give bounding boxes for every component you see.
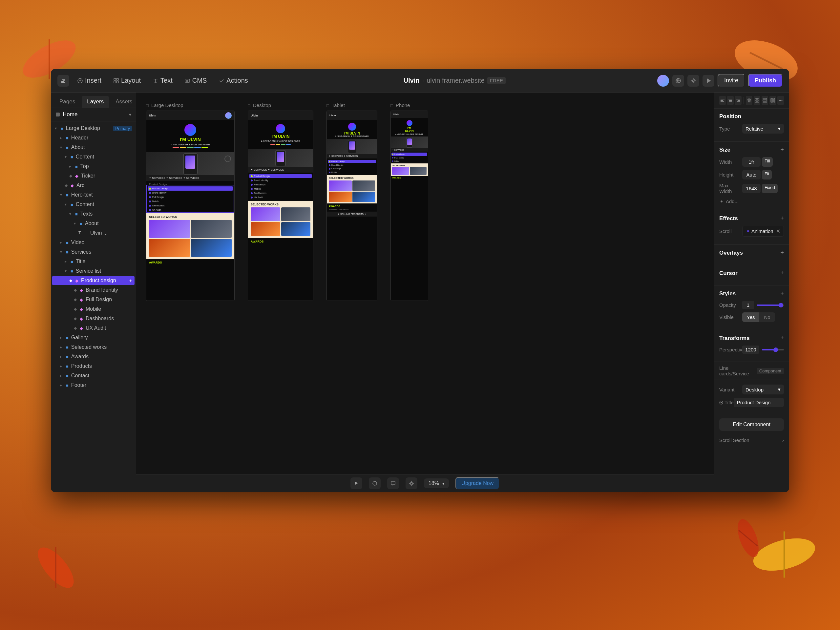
layer-about2[interactable]: ▾ ■ About (52, 219, 134, 228)
more-btn[interactable] (777, 96, 784, 105)
layer-selected-works[interactable]: ▸ ■ Selected works (52, 343, 134, 352)
layout-button[interactable]: Layout (109, 75, 145, 86)
preview-viewport-desktop[interactable]: Ulvin I'M ULVIN A NEXT-GEN UX & INDIE DE… (248, 111, 313, 301)
visible-no[interactable]: No (759, 313, 775, 322)
full-t: Full Design (328, 167, 376, 170)
transforms-add-btn[interactable]: + (780, 335, 784, 341)
page-selector[interactable]: Home ▾ (51, 108, 136, 122)
chat-tool[interactable] (387, 477, 399, 489)
tab-assets[interactable]: Assets (110, 96, 137, 107)
type-select[interactable]: Relative ▾ (742, 124, 784, 134)
animation-close-btn[interactable]: ✕ (776, 228, 780, 234)
zoom-control[interactable]: 18% ▾ (424, 478, 449, 488)
cursor-add-btn[interactable]: + (780, 270, 784, 276)
layer-hero-text[interactable]: ▾ ■ Hero-text ⚙ (52, 190, 134, 199)
align-center-btn[interactable] (727, 96, 734, 105)
layer-products[interactable]: ▸ ■ Products (52, 362, 134, 371)
tab-layers[interactable]: Layers (82, 96, 109, 107)
frame-icon: ■ (61, 126, 63, 131)
styles-add-btn[interactable]: + (780, 290, 784, 297)
layer-texts[interactable]: ▾ ■ Texts (52, 209, 134, 218)
align-left-btn[interactable] (719, 96, 726, 105)
edit-component-button[interactable]: Edit Component (719, 418, 784, 431)
perspective-input[interactable]: 1200 (742, 346, 759, 354)
layer-service-list[interactable]: ▾ ■ Service list (52, 267, 134, 276)
layer-name: Product design (81, 278, 127, 284)
play-icon-btn[interactable] (703, 75, 714, 87)
opacity-input[interactable]: 1 (742, 301, 754, 309)
scroll-section[interactable]: Scroll Section › (714, 434, 789, 446)
preview-viewport-tablet[interactable]: Ulvin I'M ULVIN A NEXT-GEN UX & INDIE DE… (327, 111, 377, 301)
layer-ulvin[interactable]: T Ulvin ... + (52, 228, 134, 238)
position-title: Position (719, 113, 741, 120)
pointer-tool[interactable] (369, 477, 381, 489)
add-size-btn[interactable]: Add... (719, 197, 784, 205)
publish-button[interactable]: Publish (748, 74, 783, 87)
flex-col-btn[interactable] (761, 96, 768, 105)
invite-button[interactable]: Invite (718, 74, 745, 87)
text-button[interactable]: Text (148, 75, 177, 86)
layer-footer[interactable]: ▸ ■ Footer ⚙ (52, 381, 134, 390)
flex-row-btn[interactable] (769, 96, 776, 105)
svg-rect-24 (757, 98, 759, 100)
layer-video[interactable]: ▸ ■ Video (52, 238, 134, 247)
layer-about[interactable]: ▾ ■ About (52, 143, 134, 152)
mock-works-grid (149, 220, 232, 257)
sun-tool[interactable] (406, 477, 417, 489)
layer-full-design[interactable]: ◆ ◆ Full Design + (52, 295, 134, 304)
layer-top[interactable]: ▸ ■ Top (52, 162, 134, 171)
component-title-input[interactable]: Product Design (734, 398, 784, 407)
opacity-slider-track[interactable] (757, 305, 784, 306)
layer-title[interactable]: ▸ ■ Title + (52, 257, 134, 266)
svg-rect-19 (729, 101, 732, 102)
maxwidth-input[interactable]: 1648 (742, 184, 761, 193)
arrow-icon: ▾ (69, 212, 74, 216)
user-avatar[interactable] (657, 75, 669, 87)
layer-services[interactable]: ▾ ■ Services (52, 248, 134, 257)
height-input[interactable]: Auto (742, 170, 761, 180)
layout-tool-btn[interactable] (754, 96, 760, 105)
perspective-slider[interactable] (762, 349, 784, 351)
layer-header[interactable]: ▸ ■ Header ⚙ (52, 133, 134, 142)
maxwidth-mode[interactable]: Fixed (762, 184, 778, 193)
layer-content2[interactable]: ▾ ■ Content (52, 200, 134, 209)
upgrade-button[interactable]: Upgrade Now (455, 477, 499, 489)
add-icon[interactable]: + (129, 278, 132, 283)
layer-large-desktop[interactable]: ▾ ■ Large Desktop Primary (52, 124, 134, 133)
layer-gallery[interactable]: ▸ ■ Gallery (52, 333, 134, 342)
arrow-icon: ▸ (60, 354, 65, 359)
layer-awards[interactable]: ▸ ■ Awards (52, 352, 134, 361)
cursor-tool[interactable] (351, 477, 362, 489)
layer-dashboards[interactable]: ◆ ◆ Dashboards + (52, 314, 134, 323)
width-mode[interactable]: Fill (762, 157, 773, 167)
layer-content[interactable]: ▾ ■ Content (52, 152, 134, 161)
visible-yes[interactable]: Yes (742, 313, 759, 322)
variant-select[interactable]: Desktop ▾ (742, 385, 784, 395)
trash-btn[interactable] (746, 96, 752, 105)
page-name-text: Home (63, 111, 77, 118)
preview-viewport-large[interactable]: Ulvin I'M ULVIN A NEXT-GEN UX & INDIE DE… (146, 111, 235, 301)
cms-button[interactable]: CMS (180, 75, 211, 86)
layer-mobile[interactable]: ◆ ◆ Mobile + (52, 305, 134, 314)
layer-brand-identity[interactable]: ◆ ◆ Brand Identity + (52, 286, 134, 295)
variant-value: Desktop ▾ (742, 385, 784, 395)
effects-add-btn[interactable]: + (780, 215, 784, 222)
insert-button[interactable]: Insert (73, 75, 105, 86)
layer-contact[interactable]: ▸ ■ Contact (52, 371, 134, 380)
layer-ticker[interactable]: ◆ ◆ Ticker (52, 171, 134, 180)
settings-icon-btn[interactable] (687, 75, 699, 87)
layer-ux-audit[interactable]: ◆ ◆ UX Audit + (52, 324, 134, 333)
globe-icon-btn[interactable] (672, 75, 684, 87)
preview-viewport-phone[interactable]: Ulvin I'MULVIN A NEXT-GEN UX & INDIE DES… (390, 111, 428, 301)
opacity-slider-row: 1 (742, 301, 784, 309)
actions-button[interactable]: Actions (215, 75, 252, 86)
canvas-area[interactable]: □ Large Desktop Ulvin (136, 93, 714, 492)
layer-product-design[interactable]: ◆ ◆ Product design + (52, 276, 134, 285)
size-add-btn[interactable]: + (780, 146, 784, 153)
overlays-add-btn[interactable]: + (780, 249, 784, 256)
align-right-btn[interactable] (735, 96, 742, 105)
tab-pages[interactable]: Pages (54, 96, 81, 107)
height-mode[interactable]: Fit (762, 170, 772, 180)
layer-arc[interactable]: ◆ ◆ Arc (52, 181, 134, 190)
width-input[interactable]: 1fr (742, 157, 761, 167)
